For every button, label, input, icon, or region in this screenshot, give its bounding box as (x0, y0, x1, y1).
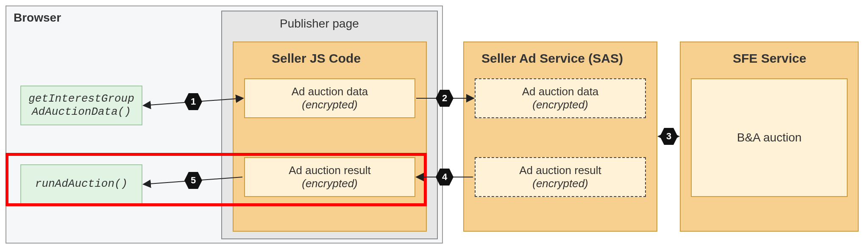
encrypted-label: (encrypted) (532, 177, 588, 190)
step-badge-3: 3 (659, 127, 678, 146)
step-badge-5: 5 (184, 171, 203, 190)
encrypted-label: (encrypted) (302, 98, 358, 111)
sas-label: Seller Ad Service (SAS) (481, 51, 623, 66)
seller-js-ad-auction-data: Ad auction data (encrypted) (244, 78, 415, 118)
step-number: 4 (442, 172, 447, 183)
encrypted-label: (encrypted) (302, 177, 358, 190)
api1-line1: getInterestGroup (28, 92, 134, 105)
step-number: 3 (666, 131, 671, 142)
ba-auction-box: B&A auction (691, 78, 848, 197)
ad-auction-result-label: Ad auction result (519, 164, 601, 177)
seller-js-label: Seller JS Code (272, 51, 361, 66)
step-badge-4: 4 (435, 168, 454, 186)
encrypted-label: (encrypted) (532, 98, 588, 111)
sas-ad-auction-result: Ad auction result (encrypted) (475, 157, 646, 197)
seller-js-container (233, 42, 427, 232)
sas-container (463, 42, 657, 232)
api1-line2: AdAuctionData() (32, 105, 131, 118)
step-badge-2: 2 (435, 89, 454, 108)
step-number: 1 (191, 96, 196, 107)
step-number: 2 (442, 93, 447, 104)
publisher-page-label: Publisher page (280, 17, 359, 30)
ad-auction-data-label: Ad auction data (522, 85, 599, 98)
diagram-stage: Browser Publisher page Seller JS Code ge… (4, 4, 864, 248)
ad-auction-result-label: Ad auction result (289, 164, 371, 177)
step-number: 5 (191, 175, 196, 186)
seller-js-ad-auction-result: Ad auction result (encrypted) (244, 157, 415, 197)
api2-text: runAdAuction() (35, 177, 128, 191)
step-badge-1: 1 (184, 92, 203, 111)
browser-label: Browser (14, 11, 61, 25)
sfe-label: SFE Service (733, 51, 806, 66)
ad-auction-data-label: Ad auction data (292, 85, 368, 98)
api-get-interest-group-ad-auction-data: getInterestGroup AdAuctionData() (20, 86, 142, 125)
ba-auction-label: B&A auction (737, 131, 802, 144)
api-run-ad-auction: runAdAuction() (20, 164, 142, 204)
sas-ad-auction-data: Ad auction data (encrypted) (475, 78, 646, 118)
